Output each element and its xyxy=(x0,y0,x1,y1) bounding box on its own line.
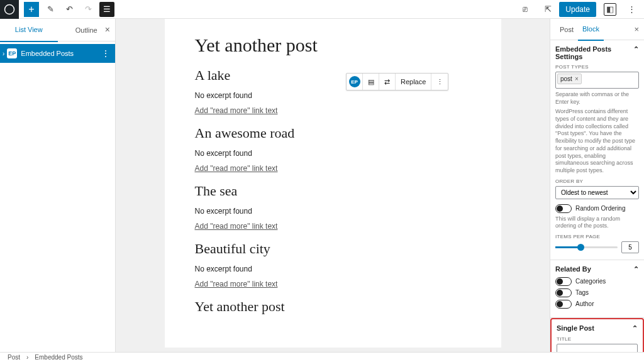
top-toolbar: + ✎ ↶ ↷ ☰ ⎚ ⇱ Update ◧ ⋮ xyxy=(0,0,644,19)
edit-icon[interactable]: ✎ xyxy=(43,2,58,17)
toggle-label: Author xyxy=(575,300,594,307)
help-text: WordPress contains different types of co… xyxy=(555,108,639,174)
more-options-icon[interactable]: ⋮ xyxy=(624,2,639,17)
update-button[interactable]: Update xyxy=(559,2,596,17)
post-types-input[interactable]: post× xyxy=(555,72,639,89)
title-field[interactable] xyxy=(557,344,638,352)
svg-point-0 xyxy=(5,4,14,14)
post-excerpt: No excerpt found xyxy=(195,91,471,100)
help-text: Separate with commas or the Enter key. xyxy=(555,91,639,106)
breadcrumb: Post › Embedded Posts xyxy=(0,352,644,362)
breadcrumb-item[interactable]: Embedded Posts xyxy=(35,354,82,361)
page-title[interactable]: Yet another post xyxy=(195,35,471,56)
post-title: The sea xyxy=(195,183,471,199)
section-heading[interactable]: Single Post xyxy=(557,324,594,332)
post-title: An awesome road xyxy=(195,125,471,141)
single-post-section: Single Post⌃ TITLE POST ID xyxy=(550,318,644,352)
block-icon: EP xyxy=(7,48,17,58)
tab-block[interactable]: Block xyxy=(578,19,604,41)
chevron-up-icon[interactable]: ⌃ xyxy=(633,45,639,60)
more-icon[interactable]: ⋮ xyxy=(96,48,115,58)
post-excerpt: No excerpt found xyxy=(195,207,471,216)
chevron-up-icon[interactable]: ⌃ xyxy=(633,265,639,273)
close-icon[interactable]: × xyxy=(634,25,639,34)
chevron-right-icon: › xyxy=(26,354,28,361)
breadcrumb-item[interactable]: Post xyxy=(8,354,20,361)
tags-toggle[interactable] xyxy=(555,288,572,297)
read-more-link[interactable]: Add "read more" link text xyxy=(195,222,471,231)
replace-button[interactable]: Replace xyxy=(396,74,431,90)
items-slider[interactable] xyxy=(555,246,618,248)
post-type-tag: post× xyxy=(557,74,582,84)
field-label: TITLE xyxy=(557,336,638,342)
block-toolbar: EP ▤ ⇄ Replace ⋮ xyxy=(346,73,448,90)
author-toggle[interactable] xyxy=(555,300,572,309)
toggle-label: Tags xyxy=(575,289,589,296)
random-toggle[interactable] xyxy=(555,204,572,213)
section-heading[interactable]: Related By xyxy=(555,265,591,273)
list-view-icon[interactable]: ☰ xyxy=(99,2,114,17)
field-label: ITEMS PER PAGE xyxy=(555,234,639,239)
preview-desktop-icon[interactable]: ⎚ xyxy=(518,2,533,17)
align-icon[interactable]: ▤ xyxy=(363,74,379,90)
chevron-right-icon: › xyxy=(3,50,4,57)
toggle-label: Random Ordering xyxy=(575,205,625,212)
help-text: This will display a random ordering of t… xyxy=(555,216,639,230)
categories-toggle[interactable] xyxy=(555,277,572,286)
read-more-link[interactable]: Add "read more" link text xyxy=(195,106,471,115)
read-more-link[interactable]: Add "read more" link text xyxy=(195,280,471,288)
field-label: POST TYPES xyxy=(555,64,639,70)
items-input[interactable] xyxy=(621,241,639,253)
block-row-embedded-posts[interactable]: › EP Embedded Posts ⋮ xyxy=(0,44,115,63)
more-icon[interactable]: ⋮ xyxy=(431,74,448,90)
post-title: Beautiful city xyxy=(195,241,471,257)
remove-tag-icon[interactable]: × xyxy=(575,75,579,82)
post-excerpt: No excerpt found xyxy=(195,149,471,158)
left-panel: List View Outline × › EP Embedded Posts … xyxy=(0,19,116,352)
redo-icon[interactable]: ↷ xyxy=(80,2,96,17)
add-block-button[interactable]: + xyxy=(24,2,39,17)
wp-logo[interactable] xyxy=(0,0,19,19)
settings-sidebar: Post Block × Embedded Posts Settings⌃ PO… xyxy=(550,19,644,352)
post-title: Yet another post xyxy=(195,299,471,315)
tab-post[interactable]: Post xyxy=(555,19,578,40)
section-heading[interactable]: Embedded Posts Settings xyxy=(555,45,633,60)
read-more-link[interactable]: Add "read more" link text xyxy=(195,164,471,173)
block-type-icon[interactable]: EP xyxy=(347,74,363,90)
block-label: Embedded Posts xyxy=(21,50,96,57)
toggle-label: Categories xyxy=(575,278,606,285)
close-icon[interactable]: × xyxy=(105,25,110,34)
settings-panel-icon[interactable]: ◧ xyxy=(604,3,616,16)
undo-icon[interactable]: ↶ xyxy=(62,2,77,17)
editor-canvas: Yet another post A lakeNo excerpt foundA… xyxy=(116,19,550,352)
tab-list-view[interactable]: List View xyxy=(0,18,58,42)
settings-icon[interactable]: ⇄ xyxy=(379,74,396,90)
post-excerpt: No excerpt found xyxy=(195,265,471,273)
chevron-up-icon[interactable]: ⌃ xyxy=(632,324,638,332)
field-label: ORDER BY xyxy=(555,178,639,184)
order-by-select[interactable]: Oldest to newest xyxy=(555,186,639,199)
preview-external-icon[interactable]: ⇱ xyxy=(540,2,555,17)
